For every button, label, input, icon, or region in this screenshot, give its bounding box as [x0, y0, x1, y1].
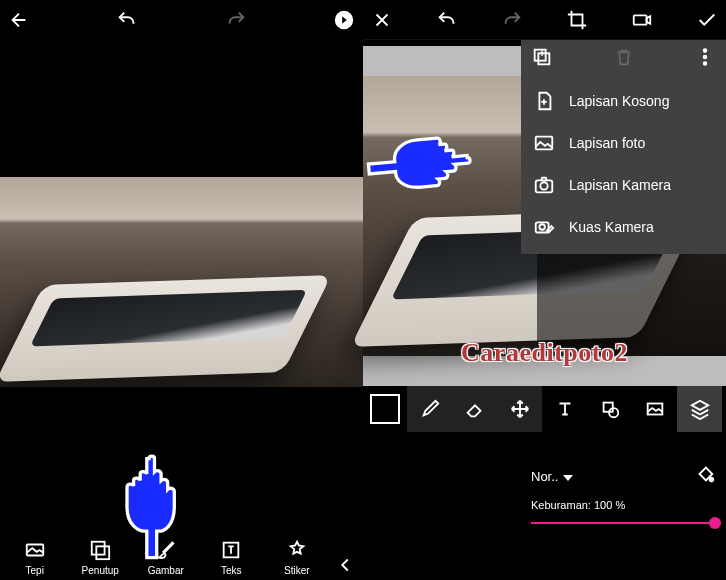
- tool-label: Penutup: [82, 565, 119, 576]
- blur-label: Keburaman: 100 %: [531, 499, 625, 511]
- color-swatch[interactable]: [370, 394, 400, 424]
- trash-icon[interactable]: [613, 46, 635, 68]
- shape-icon: [599, 398, 621, 420]
- tool-more[interactable]: [334, 554, 356, 576]
- tool-layers[interactable]: [677, 386, 722, 432]
- back-icon[interactable]: [8, 9, 30, 31]
- edge-icon: [24, 539, 46, 561]
- svg-rect-6: [535, 50, 546, 61]
- svg-rect-5: [634, 15, 647, 24]
- text-icon: [554, 398, 576, 420]
- more-left-icon: [334, 554, 356, 576]
- blur-slider[interactable]: [531, 516, 716, 530]
- tool-label: Gambar: [148, 565, 184, 576]
- tool-eraser[interactable]: [452, 386, 497, 432]
- tool-tepi[interactable]: Tepi: [7, 539, 63, 576]
- svg-point-15: [539, 224, 545, 230]
- tool-stiker[interactable]: Stiker: [269, 539, 325, 576]
- brush-icon: [419, 398, 441, 420]
- svg-rect-7: [538, 53, 549, 64]
- tool-image[interactable]: [632, 386, 677, 432]
- svg-rect-2: [92, 542, 105, 555]
- menu-lapisan-foto[interactable]: Lapisan foto: [521, 122, 726, 164]
- move-icon: [509, 398, 531, 420]
- text-icon: [220, 539, 242, 561]
- pointer-hand-right: [357, 123, 478, 223]
- tool-move[interactable]: [497, 386, 542, 432]
- layers-icon: [689, 398, 711, 420]
- menu-label: Lapisan Kosong: [569, 93, 669, 109]
- menu-label: Kuas Kamera: [569, 219, 654, 235]
- close-icon[interactable]: [371, 9, 393, 31]
- layer-controls: Nor.. Keburaman: 100 %: [521, 461, 726, 534]
- tool-teks[interactable]: Teks: [203, 539, 259, 576]
- menu-label: Lapisan Kamera: [569, 177, 671, 193]
- image-icon: [644, 398, 666, 420]
- file-plus-icon: [533, 90, 555, 112]
- menu-lapisan-kosong[interactable]: Lapisan Kosong: [521, 80, 726, 122]
- svg-rect-17: [603, 403, 612, 412]
- svg-point-10: [704, 62, 707, 65]
- forward-circle-icon[interactable]: [333, 9, 355, 31]
- canvas-photo: [0, 177, 363, 387]
- image-icon: [533, 132, 555, 154]
- layer-panel-bar: [521, 40, 726, 74]
- undo-icon[interactable]: [436, 9, 458, 31]
- redo-icon[interactable]: [501, 9, 523, 31]
- add-layer-icon[interactable]: [531, 46, 553, 68]
- svg-rect-3: [97, 546, 110, 559]
- tool-text[interactable]: [542, 386, 587, 432]
- tool-shape[interactable]: [587, 386, 632, 432]
- tool-label: Tepi: [26, 565, 44, 576]
- sticker-icon: [286, 539, 308, 561]
- overlay-icon: [89, 539, 111, 561]
- tool-label: Stiker: [284, 565, 310, 576]
- svg-point-8: [704, 49, 707, 52]
- more-vert-icon[interactable]: [694, 46, 716, 68]
- bottom-toolbar-right: [363, 386, 726, 432]
- pointer-hand-down: [115, 452, 205, 566]
- menu-lapisan-kamera[interactable]: Lapisan Kamera: [521, 164, 726, 206]
- check-icon[interactable]: [696, 9, 718, 31]
- svg-point-16: [710, 478, 714, 482]
- tool-label: Teks: [221, 565, 242, 576]
- svg-point-13: [540, 182, 547, 189]
- svg-point-9: [704, 56, 707, 59]
- blend-mode-dropdown[interactable]: Nor..: [531, 467, 573, 485]
- chevron-down-icon: [563, 475, 573, 481]
- redo-icon[interactable]: [225, 9, 247, 31]
- camera-brush-icon: [533, 216, 555, 238]
- tool-brush[interactable]: [407, 386, 452, 432]
- menu-label: Lapisan foto: [569, 135, 645, 151]
- menu-kuas-kamera[interactable]: Kuas Kamera: [521, 206, 726, 248]
- crop-icon[interactable]: [566, 9, 588, 31]
- eraser-icon: [464, 398, 486, 420]
- watermark: Caraeditpoto2: [461, 338, 628, 368]
- undo-icon[interactable]: [116, 9, 138, 31]
- bucket-icon[interactable]: [694, 463, 716, 489]
- camera-icon: [533, 174, 555, 196]
- camera-rec-icon[interactable]: [631, 9, 653, 31]
- add-layer-menu: Lapisan Kosong Lapisan foto Lapisan Kame…: [521, 74, 726, 254]
